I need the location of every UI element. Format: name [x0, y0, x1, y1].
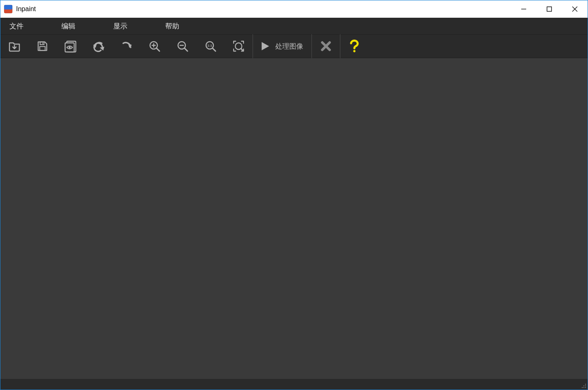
zoom-actual-icon: 1:1	[204, 39, 218, 53]
svg-marker-29	[262, 42, 269, 50]
undo-button[interactable]	[84, 34, 112, 58]
zoom-fit-button[interactable]	[225, 34, 253, 58]
zoom-in-button[interactable]	[141, 34, 169, 58]
minimize-icon	[521, 6, 527, 12]
close-icon	[572, 6, 578, 12]
menu-bar: 文件 编辑 显示 帮助	[0, 18, 588, 34]
window-title: Inpaint	[16, 5, 36, 13]
play-icon	[259, 40, 271, 52]
svg-rect-8	[40, 42, 44, 45]
redo-button[interactable]	[112, 34, 141, 58]
close-x-icon	[320, 40, 332, 52]
process-image-label: 处理图像	[275, 42, 303, 51]
svg-point-13	[69, 47, 70, 48]
window-controls	[511, 0, 588, 18]
title-bar: Inpaint	[0, 0, 588, 18]
svg-line-25	[213, 48, 216, 51]
maximize-icon	[546, 6, 552, 12]
toolbar: 1:1 处理图像	[0, 34, 588, 58]
help-question-icon	[349, 40, 360, 53]
preview-eye-icon	[63, 39, 77, 53]
svg-point-32	[353, 50, 355, 52]
cancel-button[interactable]	[312, 34, 340, 58]
menu-file[interactable]: 文件	[2, 18, 31, 34]
app-window: Inpaint 文件 编辑 显示 帮助	[0, 0, 588, 390]
open-button[interactable]	[0, 34, 28, 58]
svg-text:1:1: 1:1	[207, 44, 212, 47]
save-icon	[36, 40, 49, 53]
app-icon	[4, 5, 13, 14]
zoom-actual-button[interactable]: 1:1	[197, 34, 225, 58]
zoom-in-icon	[148, 39, 162, 53]
menu-view[interactable]: 显示	[106, 18, 135, 34]
canvas-area[interactable]	[0, 58, 588, 379]
svg-rect-4	[547, 7, 552, 12]
undo-icon	[91, 39, 105, 53]
minimize-button[interactable]	[511, 0, 536, 18]
open-folder-icon	[7, 39, 21, 53]
save-button[interactable]	[28, 34, 56, 58]
svg-rect-1	[4, 5, 12, 9]
svg-line-22	[185, 48, 187, 51]
process-image-button[interactable]: 处理图像	[253, 34, 312, 58]
menu-edit[interactable]: 编辑	[54, 18, 83, 34]
close-button[interactable]	[562, 0, 588, 18]
svg-rect-10	[40, 47, 45, 50]
zoom-out-button[interactable]	[169, 34, 197, 58]
zoom-out-icon	[176, 39, 190, 53]
svg-line-18	[157, 48, 159, 51]
maximize-button[interactable]	[536, 0, 562, 18]
preview-button[interactable]	[56, 34, 84, 58]
svg-line-28	[241, 49, 243, 51]
menu-help[interactable]: 帮助	[158, 18, 187, 34]
zoom-fit-icon	[232, 39, 246, 53]
status-bar	[0, 379, 588, 390]
redo-icon	[119, 39, 134, 53]
resize-grip[interactable]	[579, 381, 587, 389]
help-button[interactable]	[340, 34, 368, 58]
